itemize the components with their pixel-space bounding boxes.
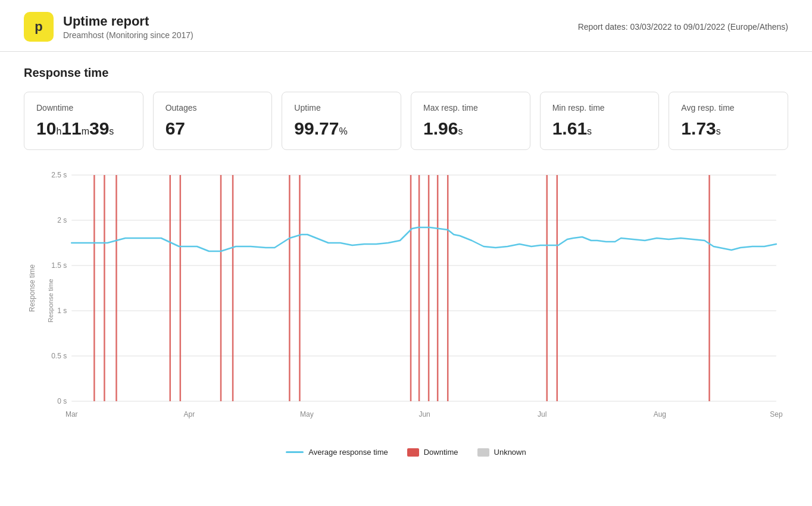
- page-header: p Uptime report Dreamhost (Monitoring si…: [0, 0, 812, 52]
- downtime-min: 11: [61, 118, 81, 138]
- report-dates: Report dates: 03/03/2022 to 09/01/2022 (…: [578, 22, 788, 32]
- legend-downtime: Downtime: [407, 448, 458, 457]
- chart-legend: Average response time Downtime Unknown: [24, 448, 788, 457]
- stat-value: 10h11m39s: [36, 118, 131, 139]
- stat-label: Uptime: [294, 103, 389, 113]
- stat-value: 1.73s: [681, 118, 776, 139]
- legend-unknown-label: Unknown: [494, 448, 526, 457]
- stat-label: Max resp. time: [423, 103, 518, 113]
- svg-text:May: May: [300, 410, 314, 418]
- svg-text:Jun: Jun: [419, 410, 430, 418]
- chart-svg: 2.5 s 2 s 1.5 s 1 s 0.5 s 0 s Mar Apr Ma…: [24, 169, 788, 443]
- legend-unknown-rect: [477, 448, 489, 457]
- stat-card-max-resp: Max resp. time 1.96s: [411, 92, 530, 150]
- stat-value: 99.77%: [294, 118, 389, 139]
- stat-card-uptime: Uptime 99.77%: [282, 92, 401, 150]
- stat-label: Avg resp. time: [681, 103, 776, 113]
- svg-text:2 s: 2 s: [57, 216, 67, 224]
- stat-value: 1.61s: [552, 118, 647, 139]
- header-left: p Uptime report Dreamhost (Monitoring si…: [24, 12, 193, 42]
- svg-text:Aug: Aug: [654, 410, 666, 418]
- legend-avg-line: [286, 451, 304, 453]
- stat-card-outages: Outages 67: [153, 92, 273, 150]
- page-subtitle: Dreamhost (Monitoring since 2017): [63, 30, 193, 40]
- legend-avg: Average response time: [286, 448, 388, 457]
- legend-downtime-label: Downtime: [424, 448, 458, 457]
- legend-avg-label: Average response time: [308, 448, 388, 457]
- svg-text:Jul: Jul: [538, 410, 546, 418]
- legend-unknown: Unknown: [477, 448, 526, 457]
- main-content: Response time Downtime 10h11m39s Outages…: [0, 52, 812, 471]
- svg-text:Apr: Apr: [184, 410, 195, 418]
- svg-text:Mar: Mar: [65, 410, 78, 418]
- chart-container: Response time 2.5 s 2 s 1.5 s 1 s 0.5 s …: [24, 169, 788, 443]
- stat-value: 1.96s: [423, 118, 518, 139]
- header-info: Uptime report Dreamhost (Monitoring sinc…: [63, 14, 193, 40]
- stat-card-downtime: Downtime 10h11m39s: [24, 92, 143, 150]
- stat-label: Downtime: [36, 103, 131, 113]
- svg-text:1 s: 1 s: [57, 307, 67, 315]
- stat-card-avg-resp: Avg resp. time 1.73s: [669, 92, 788, 150]
- downtime-sec: 39: [89, 118, 109, 138]
- stats-row: Downtime 10h11m39s Outages 67 Uptime 99.…: [24, 92, 788, 150]
- logo: p: [24, 12, 54, 42]
- svg-text:0 s: 0 s: [57, 397, 67, 405]
- stat-label: Outages: [165, 103, 260, 113]
- downtime-hours: 10: [36, 118, 56, 138]
- svg-text:Response time: Response time: [28, 264, 36, 312]
- svg-text:Sep: Sep: [770, 410, 783, 418]
- svg-text:0.5 s: 0.5 s: [51, 352, 67, 360]
- stat-label: Min resp. time: [552, 103, 647, 113]
- legend-downtime-rect: [407, 448, 419, 457]
- svg-text:2.5 s: 2.5 s: [51, 171, 67, 179]
- page-title: Uptime report: [63, 14, 193, 29]
- section-title: Response time: [24, 66, 788, 80]
- svg-text:1.5 s: 1.5 s: [51, 261, 67, 270]
- stat-value: 67: [165, 118, 260, 139]
- stat-card-min-resp: Min resp. time 1.61s: [540, 92, 660, 150]
